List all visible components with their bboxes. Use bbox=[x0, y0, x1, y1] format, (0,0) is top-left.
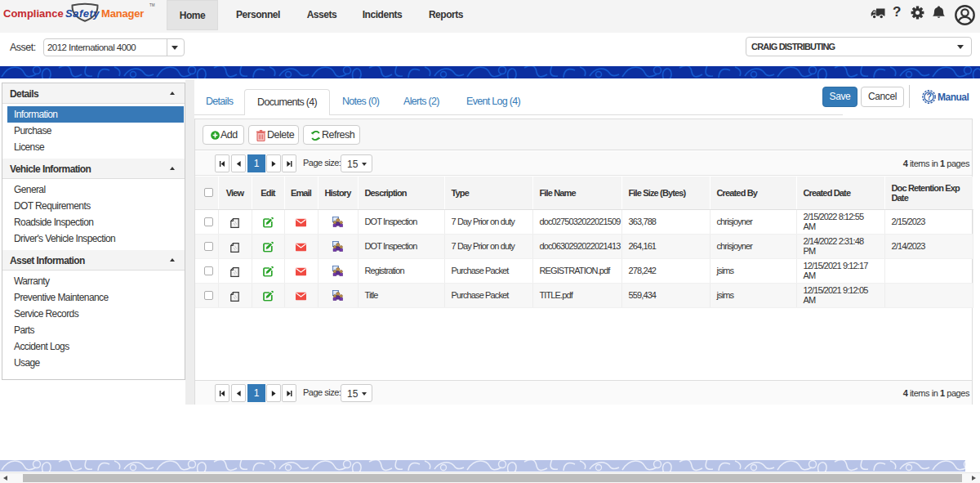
svg-text:TM: TM bbox=[149, 3, 155, 7]
svg-text:?: ? bbox=[927, 92, 932, 101]
svg-text:Safety: Safety bbox=[65, 7, 100, 20]
svg-text:Manager: Manager bbox=[101, 7, 144, 20]
svg-text:Compliance: Compliance bbox=[3, 7, 64, 20]
